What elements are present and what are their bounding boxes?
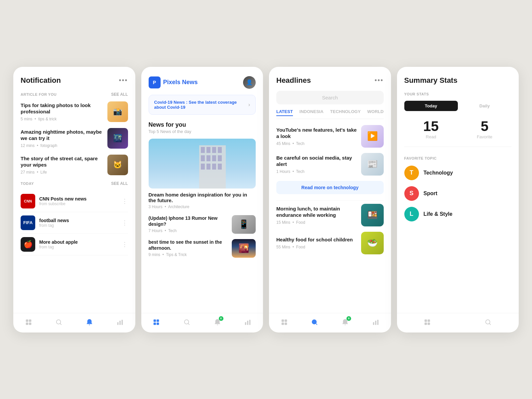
svg-rect-9 <box>201 147 205 153</box>
svg-rect-12 <box>218 147 222 153</box>
small-article-1-title: (Update) Iphone 13 Rumor New design? <box>149 215 228 227</box>
small-article-2-title: best time to see the sunset in the after… <box>149 239 228 251</box>
bell-badge-count-3: 8 <box>346 316 351 321</box>
user-avatar[interactable]: 👤 <box>243 76 256 89</box>
headline-meta-3: 15 Mins • Food <box>276 220 358 225</box>
stats-numbers: 15 Read 5 Favorite <box>404 118 512 147</box>
small-article-1-thumb: 📱 <box>232 215 256 234</box>
article-title-1: Tips for taking photos to look professio… <box>21 102 103 115</box>
news-for-you-label: News for you <box>149 121 256 128</box>
small-article-2[interactable]: best time to see the sunset in the after… <box>149 239 256 258</box>
headline-item-2[interactable]: Be careful on social media, stay alert 1… <box>276 153 384 176</box>
search-bar[interactable]: Search <box>276 91 384 104</box>
article-title-2: Amazing nighttime photos, maybe we can t… <box>21 129 103 142</box>
svg-rect-0 <box>26 319 28 322</box>
notif-menu-dots[interactable]: ••• <box>119 76 128 84</box>
screen-container: Notification ••• ARTICLE FOR YOU SEE ALL… <box>0 47 532 352</box>
subscribe-item-cnn[interactable]: CNN CNN Posts new news from subscribe ⋮ <box>21 191 128 212</box>
covid-arrow-icon: › <box>248 102 250 108</box>
fav-topic-label: FAVORITE TOPIC <box>404 156 512 160</box>
nav-bell-badge-3[interactable]: 8 <box>341 318 349 327</box>
toggle-daily[interactable]: Daily <box>458 101 511 111</box>
stats-title: Summary Stats <box>404 76 458 84</box>
headline-thumb-1: ▶️ <box>361 125 384 148</box>
nav-chart-icon-3[interactable] <box>371 318 380 327</box>
svg-rect-40 <box>428 322 430 325</box>
article-for-you-section: ARTICLE FOR YOU SEE ALL <box>21 92 128 97</box>
topic-sport[interactable]: S Sport <box>404 186 512 201</box>
nav-bell-badge[interactable]: 8 <box>213 318 222 327</box>
topic-sport-name: Sport <box>424 191 438 197</box>
article-meta-3: 27 mins • Life <box>21 170 103 175</box>
nav-bell-icon-active[interactable] <box>85 318 94 327</box>
pixels-news-card: P Pixels News 👤 Covid-19 News : See the … <box>141 67 263 332</box>
svg-rect-5 <box>117 322 118 325</box>
toggle-today[interactable]: Today <box>404 101 458 111</box>
read-more-technology-button[interactable]: Read more on technology <box>276 181 384 194</box>
pixels-brand: Pixels News <box>163 79 198 86</box>
subscribe-item-apple[interactable]: 🍎 More about apple from tag ⋮ <box>21 234 128 255</box>
nav-search-icon-2[interactable] <box>183 318 191 327</box>
cnn-options-icon[interactable]: ⋮ <box>122 198 128 205</box>
covid-banner-text: Covid-19 News : See the latest coverage … <box>154 100 248 110</box>
svg-rect-26 <box>245 322 246 325</box>
today-section: TODAY SEE ALL CNN CNN Posts new news fro… <box>21 181 128 255</box>
headline-title-4: Healthy food for school children <box>276 236 358 243</box>
headlines-menu-dots[interactable]: ••• <box>374 76 383 84</box>
divider <box>276 200 384 200</box>
nav-search-icon[interactable] <box>55 318 63 327</box>
headlines-bottom-nav: 8 <box>269 313 391 332</box>
svg-rect-21 <box>154 319 156 322</box>
covid-banner[interactable]: Covid-19 News : See the latest coverage … <box>149 95 256 115</box>
fifa-options-icon[interactable]: ⋮ <box>122 219 128 226</box>
tab-indonesia[interactable]: INDONESIA <box>300 109 324 116</box>
svg-rect-6 <box>119 321 121 325</box>
nav-search-active-icon[interactable] <box>310 318 319 327</box>
svg-rect-23 <box>154 322 156 325</box>
svg-rect-1 <box>29 319 31 322</box>
svg-rect-15 <box>212 155 216 161</box>
topic-technology-name: Technology <box>424 170 453 176</box>
svg-rect-30 <box>285 319 287 322</box>
stat-read-label: Read <box>404 134 458 139</box>
nav-search-icon-4[interactable] <box>484 318 492 327</box>
topic-t-icon: T <box>404 166 419 180</box>
see-all-today-button[interactable]: SEE ALL <box>111 181 128 186</box>
article-item-1[interactable]: Tips for taking photos to look professio… <box>21 101 128 122</box>
nav-chart-icon-2[interactable] <box>243 318 252 327</box>
small-article-1[interactable]: (Update) Iphone 13 Rumor New design? 7 H… <box>149 215 256 234</box>
article-item-2[interactable]: Amazing nighttime photos, maybe we can t… <box>21 128 128 149</box>
headlines-title: Headlines <box>276 76 311 85</box>
nav-chart-icon[interactable] <box>116 318 124 327</box>
headline-title-1: YouTube's new features, let's take a loo… <box>276 127 358 140</box>
nav-grid-icon[interactable] <box>24 318 33 327</box>
nav-grid-icon-3[interactable] <box>280 318 289 327</box>
svg-rect-27 <box>247 321 248 325</box>
subscribe-item-fifa[interactable]: FIFA football news from tag ⋮ <box>21 212 128 234</box>
topic-technology[interactable]: T Technology <box>404 166 512 180</box>
headline-item-3[interactable]: Morning lunch, to maintain endurance whi… <box>276 204 384 226</box>
tab-world[interactable]: WORLD <box>367 109 384 116</box>
apple-options-icon[interactable]: ⋮ <box>122 241 128 248</box>
headline-meta-1: 45 Mins • Tech <box>276 141 358 146</box>
headline-meta-4: 55 Mins • Food <box>276 245 358 249</box>
svg-rect-16 <box>218 155 222 161</box>
headline-title-2: Be careful on social media, stay alert <box>276 155 358 168</box>
nav-grid-icon-4[interactable] <box>423 318 432 327</box>
topic-lifestyle[interactable]: L Life & Style <box>404 207 512 221</box>
article-meta-1: 5 mins • tips & trick <box>21 117 103 121</box>
nav-grid-active-icon[interactable] <box>152 318 161 327</box>
tab-latest[interactable]: LATEST <box>276 109 293 116</box>
headline-title-3: Morning lunch, to maintain endurance whi… <box>276 205 358 218</box>
headline-item-4[interactable]: Healthy food for school children 55 Mins… <box>276 232 384 254</box>
article-section-label: ARTICLE FOR YOU <box>21 92 57 96</box>
svg-rect-2 <box>26 322 28 325</box>
article-item-3[interactable]: The story of the street cat, spare your … <box>21 155 128 175</box>
cnn-source: from subscribe <box>39 201 86 206</box>
today-section-header: TODAY SEE ALL <box>21 181 128 186</box>
pixels-logo: P <box>149 76 161 88</box>
tab-technology[interactable]: TECHNOLOGY <box>330 109 361 116</box>
apple-logo: 🍎 <box>21 237 35 252</box>
see-all-articles-button[interactable]: SEE ALL <box>111 92 128 97</box>
headline-item-1[interactable]: YouTube's new features, let's take a loo… <box>276 125 384 148</box>
